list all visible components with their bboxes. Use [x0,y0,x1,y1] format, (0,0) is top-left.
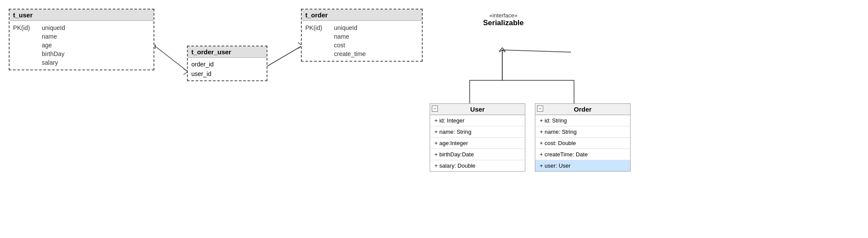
table-row: order_id [191,60,263,69]
svg-line-4 [265,46,302,67]
list-item: + id: String [535,115,630,126]
table-row: PK(id) uniqueId [305,23,418,32]
list-item: + user: User [535,160,630,171]
table-row: birthDay [13,50,150,58]
list-item: + age:Integer [430,138,525,149]
list-item: + salary: Double [430,160,525,171]
list-item: + birthDay:Date [430,149,525,160]
order-class-body: + id: String + name: String + cost: Doub… [535,115,630,171]
t-order-header: t_order [302,10,422,21]
table-row: PK(id) uniqueId [13,23,150,32]
t-user-table: t_user PK(id) uniqueId name age birthDay… [9,9,154,70]
svg-line-0 [154,46,188,72]
table-row: name [13,32,150,41]
list-item: + cost: Double [535,138,630,149]
t-order-user-header: t_order_user [188,46,267,58]
t-user-body: PK(id) uniqueId name age birthDay salary [10,21,154,69]
order-collapse-button[interactable]: − [537,106,543,112]
table-row: name [305,32,418,41]
user-class-body: + id: Integer + name: String + age:Integ… [430,115,525,171]
interface-name: Serializable [465,19,541,27]
order-class: − Order + id: String + name: String + co… [535,103,631,172]
user-collapse-button[interactable]: − [432,106,438,112]
t-order-user-table: t_order_user order_id user_id [187,46,267,81]
interface-serializable: «interface» Serializable [465,12,541,27]
table-row: user_id [191,69,263,79]
list-item: + name: String [430,126,525,138]
diagram-container: t_user PK(id) uniqueId name age birthDay… [0,0,868,238]
t-order-body: PK(id) uniqueId name cost create_time [302,21,422,61]
t-order-table: t_order PK(id) uniqueId name cost create… [301,9,423,62]
t-order-user-body: order_id user_id [188,58,267,80]
table-row: salary [13,58,150,67]
order-class-header: − Order [535,104,630,115]
table-row: create_time [305,50,418,58]
list-item: + createTime: Date [535,149,630,160]
table-row: age [13,41,150,50]
t-user-header: t_user [10,10,154,21]
user-class-header: − User [430,104,525,115]
user-class-title: User [470,106,484,113]
interface-stereotype: «interface» [465,12,541,19]
user-class: − User + id: Integer + name: String + ag… [430,103,525,172]
order-class-title: Order [574,106,592,113]
list-item: + name: String [535,126,630,138]
table-row: cost [305,41,418,50]
list-item: + id: Integer [430,115,525,126]
